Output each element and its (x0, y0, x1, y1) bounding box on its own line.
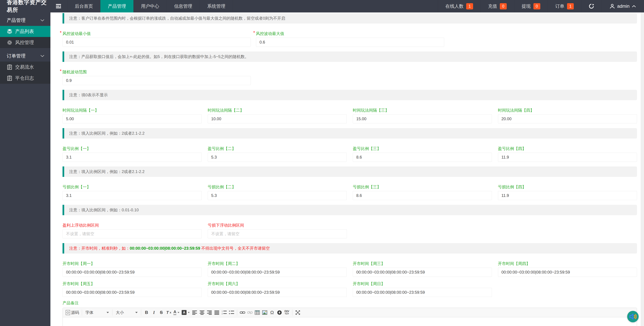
font-family-select[interactable]: 字体 (84, 309, 110, 316)
market-fri-input[interactable] (62, 288, 202, 297)
unordered-list-button[interactable] (228, 309, 235, 316)
stat-orders[interactable]: 订单 1 (548, 0, 581, 13)
time-interval-1-input[interactable] (62, 114, 202, 123)
sound-toggle-button[interactable] (627, 311, 638, 322)
time-interval-3-input[interactable] (353, 114, 492, 123)
chevron-up-icon (632, 5, 636, 8)
link-button[interactable] (239, 309, 246, 316)
deposits-badge: 0 (500, 3, 507, 10)
stat-deposits[interactable]: 充值 0 (480, 0, 514, 13)
stat-withdrawals[interactable]: 提现 0 (514, 0, 548, 13)
field-label-market-fri: 开市时间【周五】 (62, 281, 202, 286)
sidebar-toggle-button[interactable] (50, 0, 67, 13)
tab-dashboard[interactable]: 后台首页 (67, 0, 100, 13)
market-sun-input[interactable] (353, 288, 492, 297)
time-interval-4-input[interactable] (498, 114, 637, 123)
field-label-product-remark: 产品备注 (62, 300, 637, 306)
float-up-input[interactable] (62, 229, 202, 238)
note-ratio-example-1: 注意：填入比例区间，例如：2或者2.1-2.2 (62, 128, 637, 139)
table-button[interactable] (254, 309, 261, 316)
field-label-time-interval-4: 时间玩法间隔【四】 (498, 108, 637, 113)
loss-ratio-3-input[interactable] (353, 191, 492, 200)
market-thu-input[interactable] (498, 268, 637, 277)
flash-button[interactable] (276, 309, 283, 316)
top-navbar: 香港数字资产交易所 后台首页 产品管理 用户中心 信息管理 系统管理 在线人数 … (0, 0, 644, 13)
profit-ratio-4-input[interactable] (498, 153, 637, 162)
tab-user-center[interactable]: 用户中心 (134, 0, 166, 13)
profit-ratio-3-input[interactable] (353, 153, 492, 162)
editor-content-area[interactable] (63, 317, 637, 326)
gear-icon (7, 40, 12, 45)
field-label-float-up: 盈利上浮动比例区间 (62, 223, 202, 228)
refresh-icon (589, 4, 594, 9)
speaker-icon (629, 313, 636, 320)
chevron-down-icon (40, 55, 44, 57)
main-nav: 后台首页 产品管理 用户中心 信息管理 系统管理 (50, 0, 233, 13)
italic-button[interactable]: I (150, 309, 158, 316)
note-risk-range: 注意：客户订单在条件范围内时，会根据订单的涨或跌，自动减或加最小值与最大值之间的… (62, 13, 637, 24)
tab-info-management[interactable]: 信息管理 (166, 0, 200, 13)
tab-product-management[interactable]: 产品管理 (100, 0, 134, 13)
bg-color-button[interactable]: A (181, 309, 191, 316)
log-icon (7, 76, 12, 81)
market-mon-input[interactable] (62, 268, 202, 277)
note-random-range: 注意：产品获取接口值后，会加上+-此处的值。如5，则在接口获取的数据中加上-5~… (62, 52, 637, 62)
user-menu[interactable]: admin (602, 0, 644, 13)
market-sat-input[interactable] (208, 288, 347, 297)
align-left-button[interactable] (191, 309, 198, 316)
profit-ratio-1-input[interactable] (62, 153, 202, 162)
sidebar-item-risk-management[interactable]: 风控管理 (0, 37, 50, 48)
market-tue-input[interactable] (208, 268, 347, 277)
font-size-select[interactable]: 大小 (114, 309, 139, 316)
field-label-loss-ratio-4: 亏损比例【四】 (498, 185, 637, 189)
risk-min-input[interactable] (62, 38, 251, 47)
strikethrough-button[interactable]: S (158, 309, 165, 316)
sidebar-group-product[interactable]: 产品管理 (0, 15, 50, 26)
align-right-button[interactable] (206, 309, 213, 316)
log-icon (7, 64, 12, 70)
tab-system-management[interactable]: 系统管理 (200, 0, 233, 13)
align-center-icon (200, 310, 204, 315)
float-down-input[interactable] (208, 229, 347, 238)
layers-icon (7, 29, 12, 34)
market-time-example: 00:00:00~03:00:00|08:00:00~23:59:59 (130, 246, 200, 250)
image-icon (262, 310, 267, 315)
text-color-button[interactable]: A (172, 309, 181, 316)
svg-text:1: 1 (222, 310, 223, 312)
ordered-list-button[interactable]: 1 2 (220, 309, 228, 316)
field-label-risk-min: 风控波动最小值 (62, 31, 251, 36)
caret-down-icon (106, 312, 109, 313)
special-char-button[interactable]: Ω (268, 309, 276, 316)
hamburger-icon (56, 4, 62, 9)
bold-button[interactable]: B (143, 309, 150, 316)
refresh-button[interactable] (581, 0, 602, 13)
time-interval-2-input[interactable] (208, 114, 347, 123)
random-range-input[interactable] (62, 76, 251, 85)
align-justify-button[interactable] (213, 309, 220, 316)
loss-ratio-4-input[interactable] (498, 191, 637, 200)
align-center-button[interactable] (198, 309, 206, 316)
unlink-button[interactable] (246, 309, 254, 316)
maximize-button[interactable] (294, 309, 302, 316)
source-icon (66, 310, 70, 315)
unordered-list-icon (229, 310, 234, 315)
loss-ratio-1-input[interactable] (62, 191, 202, 200)
market-wed-input[interactable] (353, 268, 492, 277)
image-button[interactable] (261, 309, 268, 316)
editor-toolbar: 源码 字体 大小 B I S Tx A A (63, 308, 637, 317)
page-scrollbar[interactable] (641, 13, 644, 326)
field-label-time-interval-1: 时间玩法间隔【一】 (62, 108, 202, 113)
source-button[interactable]: 源码 (65, 309, 80, 316)
profit-ratio-2-input[interactable] (208, 153, 347, 162)
sidebar-item-trade-flow[interactable]: 交易流水 (0, 62, 50, 73)
loss-ratio-2-input[interactable] (208, 191, 347, 200)
stat-online-users[interactable]: 在线人数 1 (438, 0, 480, 13)
sidebar-item-product-list[interactable]: 产品列表 (0, 26, 50, 37)
risk-max-input[interactable] (256, 38, 444, 47)
sidebar-group-orders[interactable]: 订单管理 (0, 51, 50, 62)
div-container-button[interactable]: DIV</> (283, 309, 290, 316)
caret-down-icon (135, 312, 138, 313)
remove-format-button[interactable]: Tx (165, 309, 172, 316)
sidebar-item-close-log[interactable]: 平仓日志 (0, 73, 50, 84)
field-label-float-down: 亏损下浮动比例区间 (208, 223, 347, 228)
